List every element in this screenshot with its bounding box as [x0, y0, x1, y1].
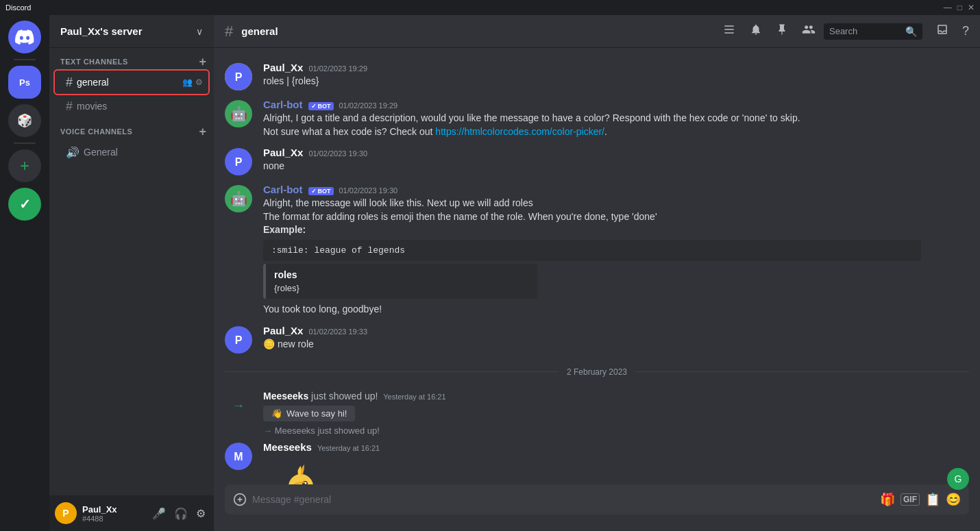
gif-icon[interactable]: GIF [901, 493, 920, 506]
server-separator [14, 59, 36, 60]
message-content-paul-newrole: Paul_Xx 01/02/2023 19:33 🪙 new role [263, 325, 969, 354]
headphone-button[interactable]: 🎧 [171, 504, 191, 523]
svg-text:M: M [234, 451, 243, 462]
add-text-channel-button[interactable]: + [197, 56, 208, 67]
meeseeks-system-text: Meeseeks just showed up! [275, 425, 380, 436]
message-text: Alright, I got a title and a description… [263, 112, 969, 138]
message-timestamp: 01/02/2023 19:29 [339, 101, 398, 110]
server-icon-ps[interactable]: Ps [8, 66, 41, 99]
system-text: Meeseeks just showed up! Yesterday at 16… [263, 391, 446, 402]
close-button[interactable]: ✕ [968, 3, 975, 12]
server-icon-discord[interactable] [8, 21, 41, 53]
server-sidebar: Ps 🎲 + ✓ [0, 15, 49, 531]
parrot-image [263, 457, 339, 484]
maximize-button[interactable]: □ [957, 3, 962, 12]
messages-container[interactable]: P Paul_Xx 01/02/2023 19:29 roles | {role… [214, 48, 980, 484]
pin-icon[interactable] [776, 23, 788, 39]
channel-name-movies: movies [77, 101, 203, 112]
server-icon-green[interactable]: ✓ [8, 188, 41, 221]
user-settings-button[interactable]: ⚙ [193, 504, 208, 523]
minimize-button[interactable]: — [944, 3, 952, 12]
channel-item-movies[interactable]: # movies [55, 95, 208, 118]
emoji-icon[interactable]: 😊 [946, 492, 961, 507]
text-channels-section[interactable]: TEXT CHANNELS + [49, 53, 214, 70]
message-input-box: 🎁 GIF 📋 😊 [225, 484, 969, 515]
avatar-meeseeks[interactable]: M [225, 443, 252, 470]
user-avatar[interactable]: P [55, 502, 77, 524]
settings-icon[interactable]: ⚙ [195, 77, 203, 87]
channel-list: TEXT CHANNELS + # general 👥 ⚙ # movies V… [49, 48, 214, 495]
notification-bell-icon[interactable] [750, 23, 762, 39]
message-input[interactable] [252, 486, 874, 513]
hash-icon: # [66, 75, 73, 90]
message-header: Carl-bot ✓ BOT 01/02/2023 19:29 [263, 99, 969, 110]
join-text: just showed up! [311, 391, 380, 402]
text-channels-label: TEXT CHANNELS [60, 58, 128, 66]
main-content: # general 🔍 ? [214, 15, 980, 531]
add-server-button[interactable]: + [8, 149, 41, 182]
color-picker-link[interactable]: https://htmlcolorcodes.com/color-picker/ [435, 126, 604, 137]
search-input[interactable] [829, 26, 901, 36]
message-author-meeseeks[interactable]: Meeseeks [263, 441, 312, 453]
search-bar[interactable]: 🔍 [824, 23, 922, 40]
avatar[interactable]: P [225, 63, 252, 90]
wave-button[interactable]: 👋 Wave to say hi! [263, 406, 355, 421]
message-text-carlbot-2b: You took too long, goodbye! [263, 303, 969, 317]
add-voice-channel-button[interactable]: + [197, 126, 208, 137]
add-attachment-button[interactable] [233, 493, 247, 506]
channel-header-name: general [241, 25, 278, 37]
avatar-paul-2[interactable]: P [225, 148, 252, 175]
server-chevron-icon: ∨ [196, 26, 203, 37]
avatar-paul-3[interactable]: P [225, 326, 252, 354]
message-content-carlbot-2: Carl-bot ✓ BOT 01/02/2023 19:30 Alright,… [263, 184, 969, 316]
mic-button[interactable]: 🎤 [149, 504, 169, 523]
message-author[interactable]: Paul_Xx [263, 325, 303, 336]
server-header[interactable]: Paul_Xx's server ∨ [49, 15, 214, 48]
bot-badge-2: ✓ BOT [308, 187, 334, 195]
message-author[interactable]: Paul_Xx [263, 147, 303, 158]
message-header: Paul_Xx 01/02/2023 19:33 [263, 325, 969, 336]
help-icon[interactable]: ? [962, 24, 969, 38]
message-group: P Paul_Xx 01/02/2023 19:29 roles | {role… [214, 59, 980, 93]
avatar-carlbot[interactable]: 🤖 [225, 100, 252, 127]
voice-channel-name: General [84, 147, 118, 158]
channel-hash-icon: # [225, 23, 233, 40]
embed-desc: {roles} [274, 283, 529, 293]
message-content-paul-none: Paul_Xx 01/02/2023 19:30 none [263, 147, 969, 175]
message-group-carlbot-1: 🤖 Carl-bot ✓ BOT 01/02/2023 19:29 Alrigh… [214, 96, 980, 141]
members-list-icon[interactable] [802, 23, 816, 40]
gift-icon[interactable]: 🎁 [880, 492, 895, 507]
message-timestamp-meeseeks: Yesterday at 16:21 [317, 444, 380, 452]
embed-card: roles {roles} [263, 264, 537, 299]
system-message-join: → Meeseeks just showed up! Yesterday at … [214, 388, 980, 424]
svg-text:P: P [235, 156, 243, 168]
voice-channel-general[interactable]: 🔊 General [55, 140, 208, 164]
message-header: Paul_Xx 01/02/2023 19:30 [263, 147, 969, 158]
message-timestamp: 01/02/2023 19:29 [308, 64, 367, 73]
search-icon: 🔍 [905, 26, 917, 37]
voice-channels-label: VOICE CHANNELS [60, 127, 132, 136]
sticker-icon[interactable]: 📋 [925, 492, 940, 507]
inbox-icon[interactable] [936, 23, 948, 39]
embed-title: roles [274, 269, 529, 280]
channel-item-general[interactable]: # general 👥 ⚙ [55, 71, 208, 94]
message-author[interactable]: Paul_Xx [263, 62, 303, 73]
avatar-carlbot-2[interactable]: 🤖 [225, 185, 252, 212]
server-separator-2 [14, 143, 36, 144]
bot-badge: ✓ BOT [308, 102, 334, 110]
svg-text:P: P [235, 334, 243, 346]
message-author-carlbot-2[interactable]: Carl-bot [263, 184, 303, 195]
channel-name-general: general [77, 77, 178, 88]
server-icon-dark[interactable]: 🎲 [8, 104, 41, 137]
speaker-icon: 🔊 [66, 146, 79, 159]
voice-channels-section[interactable]: VOICE CHANNELS + [49, 123, 214, 140]
channel-sidebar: Paul_Xx's server ∨ TEXT CHANNELS + # gen… [49, 15, 214, 531]
members-icon[interactable]: 👥 [182, 77, 193, 87]
username-meeseeks[interactable]: Meeseeks [263, 391, 308, 402]
message-author-carlbot[interactable]: Carl-bot [263, 99, 303, 110]
threads-icon[interactable] [722, 23, 736, 40]
message-timestamp: 01/02/2023 19:33 [308, 328, 367, 336]
date-divider: 2 February 2023 [214, 362, 980, 382]
channel-icons: 👥 ⚙ [182, 77, 203, 87]
message-text: roles | {roles} [263, 75, 969, 88]
